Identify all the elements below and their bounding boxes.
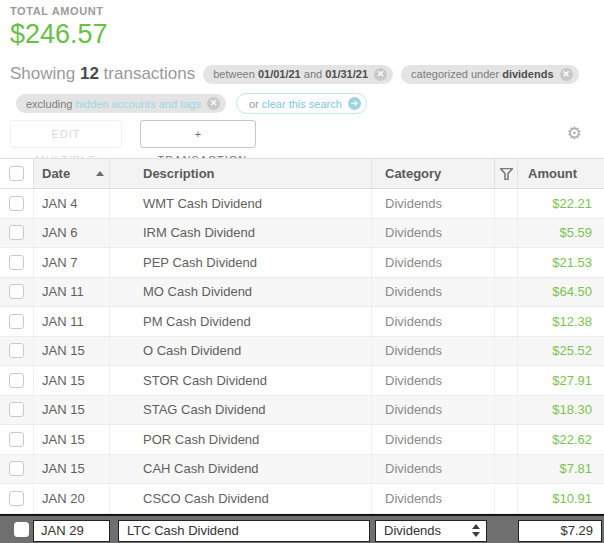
column-header-category[interactable]: Category <box>372 159 495 188</box>
row-category: Dividends <box>385 255 442 270</box>
edit-category-select[interactable]: Dividends <box>375 520 487 542</box>
row-category: Dividends <box>385 491 442 506</box>
clear-search-chip[interactable]: or clear this search ➜ <box>236 93 367 114</box>
row-description: POR Cash Dividend <box>143 432 259 447</box>
filter-chip-date-range: between 01/01/21 and 01/31/21 ✕ <box>203 65 393 84</box>
select-all-checkbox[interactable] <box>9 166 24 181</box>
row-checkbox[interactable] <box>9 196 24 211</box>
column-header-amount[interactable]: Amount <box>518 159 604 188</box>
total-amount-label: TOTAL AMOUNT <box>10 5 108 17</box>
row-category: Dividends <box>385 314 442 329</box>
column-header-description[interactable]: Description <box>110 159 372 188</box>
edit-amount-field[interactable]: $7.29 <box>518 520 602 542</box>
row-checkbox[interactable] <box>9 461 24 476</box>
row-date: JAN 15 <box>42 343 85 358</box>
row-date: JAN 15 <box>42 402 85 417</box>
hidden-accounts-link[interactable]: hidden accounts and tags <box>76 98 201 110</box>
row-description: STAG Cash Dividend <box>143 402 266 417</box>
total-amount-value: $246.57 <box>10 19 108 50</box>
row-category: Dividends <box>385 461 442 476</box>
toolbar: EDIT MULTIPLE + TRANSACTION ⚙ <box>10 120 594 148</box>
row-amount: $22.21 <box>552 196 592 211</box>
showing-count-text: Showing 12 transactions <box>10 64 195 84</box>
row-amount: $21.53 <box>552 255 592 270</box>
row-description: PM Cash Dividend <box>143 314 251 329</box>
row-category: Dividends <box>385 225 442 240</box>
row-amount: $12.38 <box>552 314 592 329</box>
table-row[interactable]: JAN 4 WMT Cash Dividend Dividends $22.21 <box>0 189 604 219</box>
row-description: STOR Cash Dividend <box>143 373 267 388</box>
table-row[interactable]: JAN 15 POR Cash Dividend Dividends $22.6… <box>0 425 604 455</box>
row-checkbox[interactable] <box>9 343 24 358</box>
row-checkbox[interactable] <box>9 491 24 506</box>
row-date: JAN 15 <box>42 373 85 388</box>
table-row[interactable]: JAN 7 PEP Cash Dividend Dividends $21.53 <box>0 248 604 278</box>
row-checkbox[interactable] <box>9 314 24 329</box>
clear-search-link[interactable]: clear this search <box>262 98 342 110</box>
clear-search-arrow-icon[interactable]: ➜ <box>348 97 361 110</box>
row-checkbox[interactable] <box>9 225 24 240</box>
table-row[interactable]: JAN 11 MO Cash Dividend Dividends $64.50 <box>0 278 604 308</box>
row-checkbox[interactable] <box>9 402 24 417</box>
filter-bar-row2: excluding hidden accounts and tags ✕ or … <box>8 93 367 114</box>
row-category: Dividends <box>385 284 442 299</box>
transactions-table: Date Description Category Amount JAN 4 W… <box>0 158 604 543</box>
row-date: JAN 4 <box>42 196 77 211</box>
row-amount: $64.50 <box>552 284 592 299</box>
edit-multiple-button[interactable]: EDIT MULTIPLE <box>10 120 122 148</box>
table-row[interactable]: JAN 20 CSCO Cash Dividend Dividends $10.… <box>0 484 604 514</box>
row-amount: $22.62 <box>552 432 592 447</box>
row-category: Dividends <box>385 343 442 358</box>
row-amount: $5.59 <box>559 225 592 240</box>
row-checkbox[interactable] <box>14 522 29 537</box>
close-icon[interactable]: ✕ <box>560 68 573 81</box>
close-icon[interactable]: ✕ <box>207 97 220 110</box>
transaction-count: 12 <box>80 64 99 83</box>
add-transaction-button[interactable]: + TRANSACTION <box>140 120 256 148</box>
edit-date-field[interactable]: JAN 29 <box>33 520 110 542</box>
close-icon[interactable]: ✕ <box>374 68 387 81</box>
row-description: WMT Cash Dividend <box>143 196 262 211</box>
row-checkbox[interactable] <box>9 373 24 388</box>
table-body: JAN 4 WMT Cash Dividend Dividends $22.21… <box>0 189 604 514</box>
row-category: Dividends <box>385 432 442 447</box>
row-date: JAN 15 <box>42 461 85 476</box>
row-date: JAN 7 <box>42 255 77 270</box>
filter-bar: Showing 12 transactions between 01/01/21… <box>10 64 600 84</box>
row-category: Dividends <box>385 402 442 417</box>
row-checkbox[interactable] <box>9 284 24 299</box>
table-row[interactable]: JAN 15 CAH Cash Dividend Dividends $7.81 <box>0 455 604 485</box>
row-amount: $25.52 <box>552 343 592 358</box>
row-checkbox[interactable] <box>9 255 24 270</box>
row-description: MO Cash Dividend <box>143 284 252 299</box>
row-checkbox[interactable] <box>9 432 24 447</box>
table-row[interactable]: JAN 15 STAG Cash Dividend Dividends $18.… <box>0 396 604 426</box>
select-stepper-icon <box>472 524 480 537</box>
row-date: JAN 6 <box>42 225 77 240</box>
filter-chip-category: categorized under dividends ✕ <box>401 65 578 84</box>
row-description: PEP Cash Dividend <box>143 255 257 270</box>
column-header-date[interactable]: Date <box>34 159 110 188</box>
filter-funnel-icon[interactable] <box>495 159 518 188</box>
gear-icon[interactable]: ⚙ <box>567 123 582 144</box>
row-description: IRM Cash Dividend <box>143 225 255 240</box>
table-row[interactable]: JAN 15 O Cash Dividend Dividends $25.52 <box>0 337 604 367</box>
table-header: Date Description Category Amount <box>0 159 604 189</box>
row-amount: $10.91 <box>552 491 592 506</box>
edit-description-field[interactable]: LTC Cash Dividend <box>118 520 370 542</box>
row-date: JAN 20 <box>42 491 85 506</box>
row-amount: $18.30 <box>552 402 592 417</box>
row-description: O Cash Dividend <box>143 343 241 358</box>
table-row[interactable]: JAN 15 STOR Cash Dividend Dividends $27.… <box>0 366 604 396</box>
sort-ascending-icon <box>96 171 104 176</box>
edit-transaction-row: JAN 29 LTC Cash Dividend Dividends $7.29 <box>0 514 604 543</box>
row-amount: $7.81 <box>559 461 592 476</box>
row-date: JAN 11 <box>42 284 84 299</box>
row-date: JAN 11 <box>42 314 84 329</box>
row-category: Dividends <box>385 196 442 211</box>
filter-chip-excluding: excluding hidden accounts and tags ✕ <box>16 94 226 113</box>
table-row[interactable]: JAN 6 IRM Cash Dividend Dividends $5.59 <box>0 219 604 249</box>
table-row[interactable]: JAN 11 PM Cash Dividend Dividends $12.38 <box>0 307 604 337</box>
total-amount-summary: TOTAL AMOUNT $246.57 <box>10 5 108 50</box>
row-category: Dividends <box>385 373 442 388</box>
